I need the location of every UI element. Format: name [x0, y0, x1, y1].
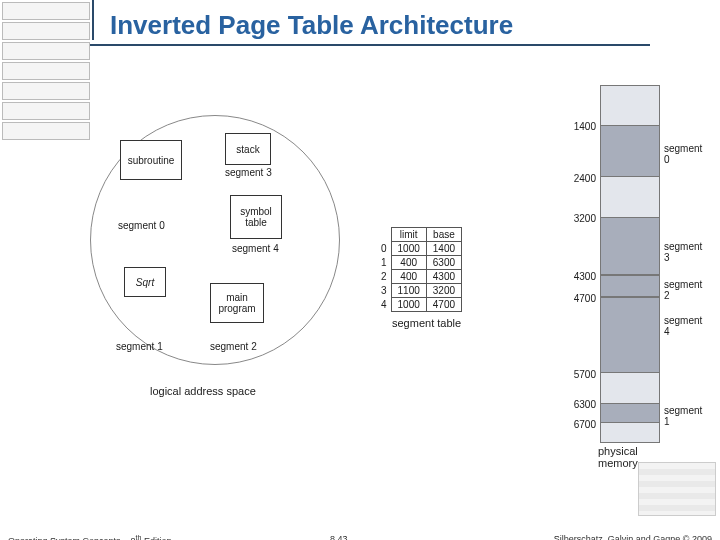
slide-thumb[interactable] [2, 42, 90, 60]
footer-right: Silberschatz, Galvin and Gagne © 2009 [554, 534, 712, 540]
table-row: 410004700 [375, 298, 462, 312]
segment-label-3: segment 3 [225, 167, 272, 178]
segment-box-symbol-table: symbol table [230, 195, 282, 239]
segment-box-subroutine: subroutine [120, 140, 182, 180]
physmem-addr: 4300 [560, 271, 596, 282]
segtable-header-base: base [426, 228, 461, 242]
physmem-addr: 5700 [560, 369, 596, 380]
title-vertical-rule [92, 0, 94, 40]
physmem-addr: 3200 [560, 213, 596, 224]
segment-box-sqrt: Sqrt [124, 267, 166, 297]
segment-box-stack: stack [225, 133, 271, 165]
logical-address-caption: logical address space [150, 385, 256, 397]
physmem-addr: 6300 [560, 399, 596, 410]
physmem-addr: 4700 [560, 293, 596, 304]
physmem-seg-label: segment 0 [664, 143, 702, 165]
segment-label-0: segment 0 [118, 220, 165, 231]
segment-box-main-program: main program [210, 283, 264, 323]
physmem-seg-label: segment 3 [664, 241, 702, 263]
table-row: 311003200 [375, 284, 462, 298]
page-title: Inverted Page Table Architecture [110, 10, 513, 41]
table-row: 14006300 [375, 256, 462, 270]
segtable-header-limit: limit [391, 228, 426, 242]
physmem-seg-label: segment 2 [664, 279, 702, 301]
slide-thumb[interactable] [2, 22, 90, 40]
segment-label-1: segment 1 [116, 341, 163, 352]
next-slide-thumbnail[interactable] [638, 462, 716, 516]
table-row: 24004300 [375, 270, 462, 284]
segment-table-caption: segment table [392, 317, 461, 329]
footer-page-number: 8.43 [330, 534, 348, 540]
physmem-addr: 2400 [560, 173, 596, 184]
segment-label-4: segment 4 [232, 243, 279, 254]
table-row: 010001400 [375, 242, 462, 256]
slide-thumb[interactable] [2, 2, 90, 20]
physical-memory-column: segment 0 segment 3 segment 2 segment 4 … [550, 85, 670, 465]
footer-left: Operating System Concepts – 8th Edition [8, 534, 171, 540]
segmentation-diagram: subroutine segment 0 stack segment 3 sym… [20, 85, 700, 485]
segment-label-2: segment 2 [210, 341, 257, 352]
physmem-addr: 1400 [560, 121, 596, 132]
physmem-seg-label: segment 1 [664, 405, 702, 427]
slide-thumb[interactable] [2, 62, 90, 80]
physmem-addr: 6700 [560, 419, 596, 430]
title-underline [90, 44, 650, 46]
physmem-seg-label: segment 4 [664, 315, 702, 337]
segment-table: limitbase 010001400 14006300 24004300 31… [375, 227, 462, 312]
